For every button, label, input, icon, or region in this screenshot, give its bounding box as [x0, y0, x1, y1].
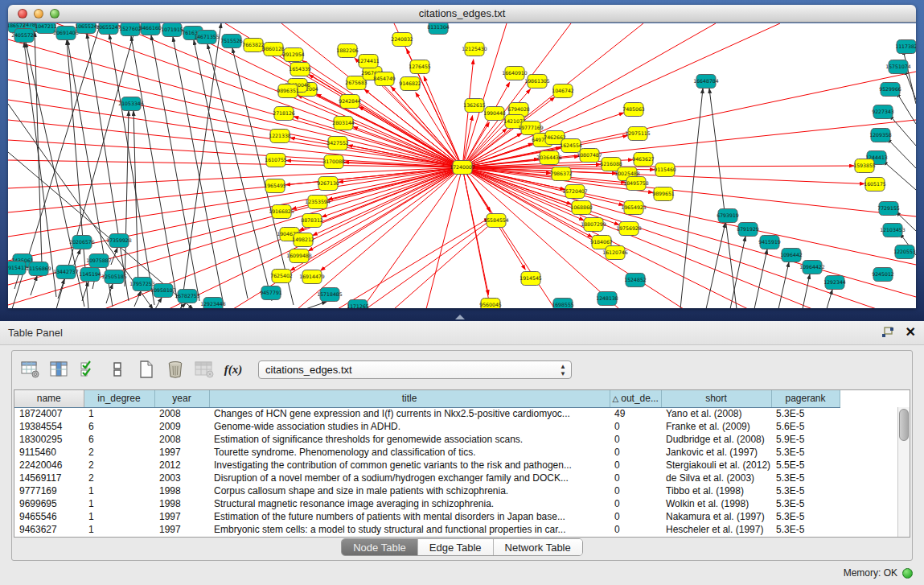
column-header-year[interactable]: year — [154, 390, 209, 407]
new-document-icon[interactable] — [136, 359, 157, 380]
graph-node[interactable]: 9860128 — [262, 43, 285, 56]
graph-node[interactable]: 20364436 — [536, 151, 562, 165]
graph-node[interactable]: 16640910 — [502, 67, 528, 80]
graph-node[interactable]: 1527602 — [119, 23, 142, 36]
graph-node[interactable]: 8878312 — [301, 214, 323, 228]
graph-node[interactable]: 8791929 — [737, 223, 759, 237]
graph-node[interactable]: 9466160 — [139, 23, 162, 35]
float-panel-icon[interactable] — [881, 327, 894, 338]
graph-node[interactable]: 9529966 — [879, 83, 901, 97]
graph-node[interactable]: 19777169 — [518, 122, 544, 135]
graph-node[interactable]: 18807299 — [581, 218, 606, 232]
graph-node[interactable]: 1292344 — [823, 276, 846, 290]
graph-node[interactable]: 9245012 — [872, 268, 894, 282]
graph-node[interactable]: 12103453 — [880, 224, 906, 237]
table-row[interactable]: 911546021997Tourette syndrome. Phenomeno… — [14, 446, 840, 459]
graph-node[interactable]: 1071915 — [161, 23, 183, 37]
minimize-window-button[interactable] — [34, 9, 43, 19]
graph-node[interactable]: 10975887 — [86, 254, 112, 268]
graph-node[interactable]: 9457791 — [260, 286, 282, 300]
graph-node[interactable]: 8454749 — [373, 72, 396, 86]
graph-node[interactable]: 1068860 — [570, 201, 593, 215]
table-row[interactable]: 1872400712008Changes of HCN gene express… — [14, 407, 840, 420]
graph-node[interactable]: 1171265 — [347, 300, 369, 309]
graph-node[interactable]: 12353594 — [305, 196, 331, 209]
graph-node[interactable]: 1209358 — [869, 129, 892, 142]
graph-node[interactable]: 9242844 — [339, 95, 361, 109]
graph-node[interactable]: 9899651 — [652, 187, 675, 201]
graph-node[interactable]: 16914479 — [299, 270, 325, 284]
window-titlebar[interactable]: citations_edges.txt — [8, 5, 916, 23]
table-row[interactable]: 977716911998Corpus callosum shape and si… — [14, 484, 840, 497]
graph-node[interactable]: 2240832 — [391, 33, 413, 47]
graph-node[interactable]: 11156869 — [26, 262, 51, 276]
graph-node[interactable]: 1362615 — [463, 99, 486, 113]
graph-node[interactable]: 1965495 — [264, 179, 286, 193]
graph-node[interactable]: 16099488 — [286, 249, 312, 263]
graph-node[interactable]: 1248138 — [596, 292, 618, 306]
splitter-handle[interactable] — [455, 315, 465, 319]
graph-node[interactable]: 13442737 — [53, 266, 79, 279]
graph-node[interactable]: 9227343 — [872, 105, 894, 119]
graph-node[interactable]: 17359928 — [106, 234, 132, 248]
graph-node[interactable]: 7986372 — [550, 167, 573, 181]
graph-node[interactable]: 1046742 — [552, 84, 574, 98]
select-columns-icon[interactable] — [49, 359, 70, 380]
column-header-short[interactable]: short — [661, 390, 771, 407]
graph-node[interactable]: 19166825 — [269, 205, 294, 219]
graph-node[interactable]: 9267130 — [317, 177, 339, 191]
graph-node[interactable]: 15751074 — [885, 60, 911, 74]
graph-node[interactable]: 6793919 — [717, 209, 739, 223]
graph-node[interactable]: 15584554 — [483, 214, 509, 228]
graph-node[interactable]: 1220553 — [893, 245, 916, 259]
table-scrollbar-thumb[interactable] — [899, 409, 909, 441]
column-header-out_de[interactable]: △out_de... — [610, 390, 661, 407]
table-settings-icon[interactable] — [20, 359, 41, 380]
graph-node[interactable]: 1654339 — [289, 63, 311, 76]
graph-node[interactable]: 12975115 — [625, 127, 651, 141]
tab-network-table[interactable]: Network Table — [494, 539, 582, 555]
graph-node[interactable]: 24055724 — [11, 29, 37, 43]
close-panel-icon[interactable]: ✕ — [906, 325, 916, 340]
graph-node[interactable]: 12505185 — [101, 270, 127, 284]
graph-node[interactable]: 19756928 — [616, 222, 642, 236]
graph-node[interactable]: 1990448 — [483, 107, 506, 121]
graph-node[interactable]: 1914545 — [519, 272, 542, 286]
graph-hub-node[interactable]: 17240007 — [450, 161, 475, 175]
graph-node[interactable]: 7625402 — [270, 270, 293, 283]
graph-node[interactable]: 7485063 — [622, 103, 645, 117]
graph-node[interactable]: 1065524 — [75, 23, 97, 34]
graph-node[interactable]: 16648784 — [693, 75, 719, 89]
graph-node[interactable]: 9415919 — [758, 236, 781, 249]
tab-node-table[interactable]: Node Table — [342, 539, 418, 555]
table-row[interactable]: 1456911722003Disruption of a novel membe… — [14, 472, 840, 484]
graph-node[interactable]: 7729155 — [877, 202, 900, 216]
graph-node[interactable]: 1610755 — [265, 154, 287, 167]
graph-node[interactable]: 10807487 — [577, 149, 602, 163]
graph-node[interactable]: 8131304 — [427, 23, 450, 35]
table-row[interactable]: 1938455462009Genome-wide association stu… — [14, 420, 840, 433]
function-builder-icon[interactable]: f(x) — [223, 359, 244, 380]
graph-node[interactable]: 9146822 — [399, 77, 421, 91]
graph-node[interactable]: 9463627 — [632, 153, 655, 167]
graph-node[interactable]: 20206576 — [69, 236, 95, 249]
graph-node[interactable]: 7515526 — [220, 35, 243, 48]
table-row[interactable]: 969969511998Structural magnetic resonanc… — [14, 497, 840, 510]
graph-node[interactable]: 9115460 — [654, 163, 676, 177]
graph-node[interactable]: 3912954 — [282, 48, 305, 62]
graph-node[interactable]: 10958107 — [150, 284, 176, 298]
graph-node[interactable]: 12923448 — [200, 298, 226, 309]
graph-node[interactable]: 9896351 — [277, 84, 299, 98]
graph-node[interactable]: 12125430 — [462, 43, 487, 56]
graph-node[interactable]: 15720407 — [562, 185, 588, 199]
graph-node[interactable]: 16782753 — [175, 290, 200, 303]
graph-node[interactable]: 21053346 — [118, 97, 144, 111]
graph-node[interactable]: 19861305 — [524, 75, 550, 89]
citation-network-graph[interactable]: 1865733247890410472112405572420691406106… — [8, 23, 916, 308]
graph-node[interactable]: 1593855 — [853, 159, 876, 173]
graph-node[interactable]: 16120746 — [602, 246, 628, 260]
column-header-title[interactable]: title — [209, 390, 610, 407]
graph-node[interactable]: 1221338 — [269, 130, 291, 143]
apply-checks-icon[interactable] — [78, 359, 99, 380]
graph-node[interactable]: 2718126 — [273, 107, 295, 121]
